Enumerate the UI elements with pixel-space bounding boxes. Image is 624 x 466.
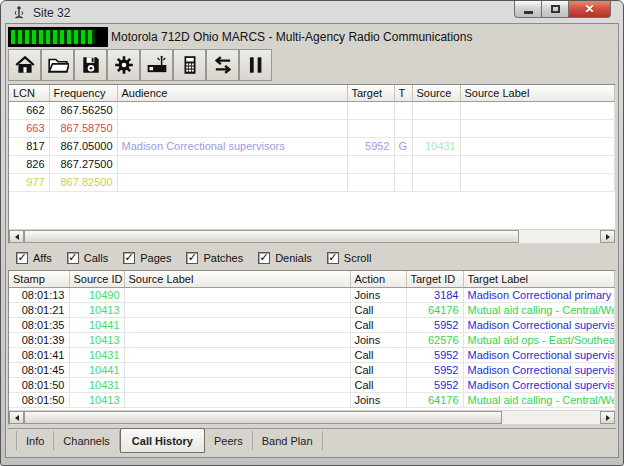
tab-call-history[interactable]: Call History xyxy=(120,428,205,453)
channel-cell xyxy=(347,101,394,119)
column-header[interactable]: LCN xyxy=(9,85,49,101)
column-header[interactable]: Target Label xyxy=(463,271,615,287)
radio-button[interactable] xyxy=(140,49,173,81)
history-cell: 08:01:39 xyxy=(9,332,69,347)
column-header[interactable]: Stamp xyxy=(9,271,69,287)
call-history-row[interactable]: 08:01:2110413Call64176Mutual aid calling… xyxy=(9,302,615,317)
window-controls: ✕ xyxy=(514,1,611,18)
column-header[interactable]: Action xyxy=(350,271,406,287)
history-cell: 08:01:50 xyxy=(9,377,69,392)
column-header[interactable]: Source Label xyxy=(460,85,615,101)
call-history-row[interactable]: 08:01:3910413Joins62576Mutual aid ops - … xyxy=(9,332,615,347)
channel-row[interactable]: 663867.58750 xyxy=(9,119,615,137)
tab-band-plan[interactable]: Band Plan xyxy=(253,431,323,450)
save-icon xyxy=(80,54,102,76)
call-history-row[interactable]: 08:01:3510441Call5952Madison Correctiona… xyxy=(9,317,615,332)
column-header[interactable]: Source Label xyxy=(124,271,350,287)
history-cell: Madison Correctional primary control xyxy=(463,287,615,302)
history-cell: 5952 xyxy=(406,377,463,392)
history-cell: Call xyxy=(350,317,406,332)
column-header[interactable]: Source xyxy=(412,85,460,101)
pause-button[interactable] xyxy=(239,49,272,81)
history-cell: Call xyxy=(350,302,406,317)
settings-button[interactable] xyxy=(107,49,140,81)
call-history-table: StampSource IDSource LabelActionTarget I… xyxy=(9,271,615,408)
gear-icon xyxy=(113,54,135,76)
tab-channels[interactable]: Channels xyxy=(54,431,119,450)
tab-info[interactable]: Info xyxy=(16,431,54,450)
filter-label: Denials xyxy=(275,252,312,264)
tab-peers[interactable]: Peers xyxy=(205,431,253,450)
scroll-track[interactable] xyxy=(24,411,600,424)
filter-label: Affs xyxy=(33,252,52,264)
call-history-row[interactable]: 08:01:4510441Call5952Madison Correctiona… xyxy=(9,362,615,377)
calculator-button[interactable] xyxy=(173,49,206,81)
channel-row[interactable]: 817867.05000Madison Correctional supervi… xyxy=(9,137,615,155)
scroll-left-arrow[interactable] xyxy=(9,411,24,424)
call-history-row[interactable]: 08:01:4110431Call5952Madison Correctiona… xyxy=(9,347,615,362)
channel-cell: Madison Correctional supervisors xyxy=(117,137,347,155)
column-header[interactable]: Frequency xyxy=(49,85,117,101)
filter-calls-checkbox[interactable]: ✓Calls xyxy=(67,252,108,264)
open-folder-button[interactable] xyxy=(41,49,74,81)
column-header[interactable]: Audience xyxy=(117,85,347,101)
swap-button[interactable] xyxy=(206,49,239,81)
call-history-panel: StampSource IDSource LabelActionTarget I… xyxy=(8,270,616,425)
history-cell: 08:01:35 xyxy=(9,317,69,332)
channel-row[interactable]: 977867.82500 xyxy=(9,173,615,191)
scroll-right-arrow[interactable] xyxy=(600,230,615,243)
history-cell: 08:01:41 xyxy=(9,347,69,362)
right-triangle-icon xyxy=(606,415,610,421)
history-cell: 08:01:21 xyxy=(9,302,69,317)
scroll-track[interactable] xyxy=(24,230,600,243)
column-header[interactable]: Source ID xyxy=(69,271,124,287)
history-cell: 08:01:45 xyxy=(9,362,69,377)
maximize-button[interactable] xyxy=(542,1,569,18)
minimize-button[interactable] xyxy=(514,1,542,18)
channel-row[interactable]: 826867.27500 xyxy=(9,155,615,173)
column-header[interactable]: Target xyxy=(347,85,394,101)
history-cell: Mutual aid calling - Central/West xyxy=(463,392,615,407)
app-window: Site 32 ✕ Motorola 712D Ohio MARCS - Mul… xyxy=(0,0,624,466)
call-history-row[interactable]: 08:01:5010431Call5952Madison Correctiona… xyxy=(9,377,615,392)
swap-arrows-icon xyxy=(212,54,234,76)
channel-cell xyxy=(117,173,347,191)
filter-patches-checkbox[interactable]: ✓Patches xyxy=(186,252,243,264)
filter-affs-checkbox[interactable]: ✓Affs xyxy=(16,252,52,264)
channel-cell xyxy=(412,155,460,173)
filter-denials-checkbox[interactable]: ✓Denials xyxy=(258,252,312,264)
scroll-thumb[interactable] xyxy=(24,411,502,424)
history-cell: Madison Correctional supervisors xyxy=(463,377,615,392)
channels-panel: LCNFrequencyAudienceTargetTSourceSource … xyxy=(8,84,616,244)
history-cell: Joins xyxy=(350,287,406,302)
checkbox-icon: ✓ xyxy=(16,252,28,264)
radio-icon xyxy=(146,54,168,76)
home-button[interactable] xyxy=(8,49,41,81)
channel-cell xyxy=(347,173,394,191)
filter-label: Calls xyxy=(84,252,108,264)
filter-scroll-checkbox[interactable]: ✓Scroll xyxy=(327,252,372,264)
channel-row[interactable]: 662867.56250 xyxy=(9,101,615,119)
call-history-row[interactable]: 08:01:5010413Joins64176Mutual aid callin… xyxy=(9,392,615,407)
history-hscrollbar[interactable] xyxy=(9,410,615,424)
filter-pages-checkbox[interactable]: ✓Pages xyxy=(123,252,171,264)
history-cell: Joins xyxy=(350,392,406,407)
call-history-row[interactable]: 08:01:1310490Joins3184Madison Correction… xyxy=(9,287,615,302)
scroll-right-arrow[interactable] xyxy=(600,411,615,424)
history-cell: 10490 xyxy=(69,287,124,302)
save-button[interactable] xyxy=(74,49,107,81)
channels-hscrollbar[interactable] xyxy=(9,229,615,243)
checkbox-icon: ✓ xyxy=(186,252,198,264)
history-cell xyxy=(124,317,350,332)
history-cell: 10441 xyxy=(69,362,124,377)
scroll-left-arrow[interactable] xyxy=(9,230,24,243)
titlebar[interactable]: Site 32 ✕ xyxy=(5,1,619,23)
close-button[interactable]: ✕ xyxy=(569,1,611,18)
column-header[interactable]: T xyxy=(394,85,412,101)
scroll-thumb[interactable] xyxy=(24,230,519,243)
column-header[interactable]: Target ID xyxy=(406,271,463,287)
history-cell: Madison Correctional supervisors xyxy=(463,347,615,362)
history-cell: 5952 xyxy=(406,362,463,377)
channel-cell xyxy=(117,119,347,137)
history-cell xyxy=(124,287,350,302)
